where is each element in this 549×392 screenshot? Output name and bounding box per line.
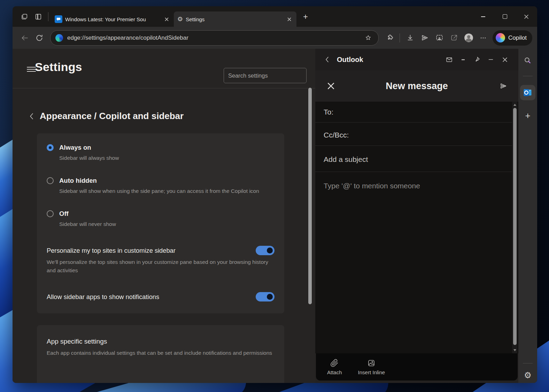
extensions-icon[interactable] [382, 31, 397, 45]
browser-toolbar: edge://settings/appearance/copilotAndSid… [13, 27, 537, 49]
kebab-menu-icon[interactable] [457, 54, 469, 65]
more-menu-icon[interactable] [476, 31, 490, 45]
copilot-label: Copilot [508, 34, 527, 41]
to-field[interactable]: To: [324, 108, 333, 116]
sidebar-search-icon[interactable] [524, 56, 532, 65]
compose-scrollbar[interactable] [512, 102, 517, 353]
outlook-sidebar-panel: Outlook New message [315, 49, 518, 383]
panel-back-icon[interactable] [323, 54, 331, 65]
new-tab-button[interactable]: + [299, 10, 312, 23]
sidebar-notifications-toggle[interactable] [256, 292, 274, 301]
downloads-icon[interactable] [403, 31, 417, 45]
close-tab-icon[interactable] [285, 15, 293, 23]
toggle-personalize-top-sites: Personalize my top sites in customize si… [47, 246, 274, 275]
share-icon[interactable] [447, 31, 461, 45]
attach-label: Attach [327, 369, 342, 375]
close-window-button[interactable] [516, 6, 537, 27]
refresh-button[interactable] [32, 31, 47, 45]
send-message-icon[interactable] [497, 80, 509, 92]
maximize-button[interactable] [494, 6, 516, 27]
option-off: Off Sidebar will never show [47, 210, 274, 228]
workspaces-icon[interactable] [17, 10, 31, 23]
scroll-down-icon[interactable] [513, 349, 516, 351]
message-body-field[interactable]: Type '@' to mention someone [324, 182, 420, 190]
divider [400, 33, 400, 42]
settings-scrollbar[interactable] [308, 88, 312, 304]
send-icon[interactable] [417, 31, 432, 45]
radio-off[interactable] [47, 210, 54, 217]
window-controls [472, 6, 537, 27]
option-always-on: Always on Sidebar will always show [47, 144, 274, 162]
gear-icon: ⚙ [177, 16, 183, 22]
option-label: Always on [59, 144, 91, 151]
option-description: Sidebar will never show [59, 220, 274, 228]
close-icon [524, 14, 529, 19]
favorite-star-icon[interactable] [363, 33, 373, 43]
tab-windows-latest[interactable]: Windows Latest: Your Premier Sou [51, 11, 174, 27]
outlook-logo-icon [523, 88, 533, 97]
toggle-label: Allow sidebar apps to show notifications [47, 293, 159, 301]
settings-header: Settings [13, 49, 315, 88]
settings-page: Settings Appearance / Copilot and sideba… [13, 49, 315, 383]
sidebar-settings-gear-icon[interactable]: ⚙ [523, 370, 533, 380]
divider [315, 122, 512, 123]
scroll-up-icon[interactable] [513, 104, 516, 106]
compose-close-icon[interactable] [325, 80, 337, 92]
breadcrumb: Appearance / Copilot and sidebar [29, 111, 315, 121]
scrollbar-thumb[interactable] [513, 108, 517, 345]
tab-actions-icon[interactable] [31, 10, 45, 23]
divider [315, 172, 512, 172]
sidebar-rail: + ⚙ [518, 49, 537, 383]
add-sidebar-app-button[interactable]: + [523, 111, 533, 120]
insert-inline-label: Insert Inline [358, 369, 385, 375]
windows-latest-favicon [55, 15, 62, 23]
pin-icon[interactable] [471, 54, 483, 65]
minimize-button[interactable] [472, 6, 494, 27]
compose-fields: To: Cc/Bcc: Add a subject Type '@' to me… [315, 102, 518, 353]
radio-always-on[interactable] [47, 144, 54, 151]
back-button[interactable] [17, 31, 32, 45]
outlook-panel-header: Outlook [315, 49, 518, 70]
card-title: App specific settings [47, 338, 274, 345]
chevron-left-icon[interactable] [29, 113, 34, 120]
screenshot-icon[interactable] [432, 31, 447, 45]
edge-logo-icon [55, 34, 63, 42]
personalize-top-sites-toggle[interactable] [256, 246, 274, 255]
main-content: Settings Appearance / Copilot and sideba… [13, 49, 537, 383]
divider [315, 146, 512, 146]
copilot-logo-icon [496, 33, 505, 42]
panel-minimize-icon[interactable] [485, 54, 497, 65]
tab-settings[interactable]: ⚙ Settings [174, 11, 296, 27]
close-tab-icon[interactable] [163, 15, 170, 23]
copilot-button[interactable]: Copilot [493, 30, 532, 46]
card-description: Each app contains individual settings th… [47, 349, 272, 357]
toggle-description: We'll personalize the top sites shown in… [47, 258, 274, 275]
compose-title: New message [315, 81, 518, 92]
cc-bcc-field[interactable]: Cc/Bcc: [324, 131, 349, 139]
radio-auto-hidden[interactable] [47, 177, 54, 184]
insert-inline-button[interactable]: Insert Inline [356, 359, 387, 376]
option-description: Sidebar will show when using the side pa… [59, 187, 274, 195]
profile-avatar[interactable] [461, 31, 476, 45]
browser-window: Windows Latest: Your Premier Sou ⚙ Setti… [13, 6, 537, 383]
toggle-sidebar-notifications: Allow sidebar apps to show notifications [47, 292, 274, 301]
settings-body: Appearance / Copilot and sidebar Always … [13, 88, 315, 383]
address-bar[interactable]: edge://settings/appearance/copilotAndSid… [50, 30, 379, 46]
search-settings-input[interactable] [224, 68, 307, 83]
option-description: Sidebar will always show [59, 154, 274, 162]
tab-title: Settings [186, 16, 283, 22]
compose-action-bar: Attach Insert Inline [316, 353, 518, 381]
page-title: Settings [35, 60, 82, 74]
sidebar-item-outlook[interactable] [520, 85, 535, 100]
attach-button[interactable]: Attach [325, 359, 344, 376]
tab-title: Windows Latest: Your Premier Sou [65, 16, 160, 22]
option-label: Off [59, 210, 69, 218]
tab-strip: Windows Latest: Your Premier Sou ⚙ Setti… [13, 6, 537, 27]
subject-field[interactable]: Add a subject [324, 155, 368, 164]
divider [523, 76, 533, 76]
mail-icon[interactable] [443, 54, 455, 65]
url-text: edge://settings/appearance/copilotAndSid… [67, 34, 363, 41]
panel-close-icon[interactable] [499, 54, 511, 65]
minimize-icon [481, 16, 485, 17]
sidebar-options-card: Always on Sidebar will always show Auto … [37, 133, 284, 313]
